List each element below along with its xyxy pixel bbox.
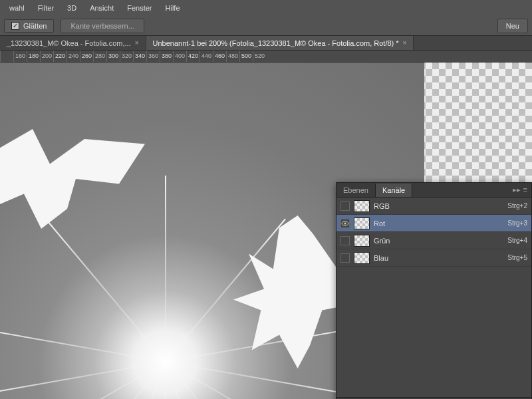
svg-point-1 (344, 222, 346, 224)
channel-shortcut: Strg+2 (507, 202, 527, 209)
channel-shortcut: Strg+3 (507, 219, 527, 227)
channel-name: RGB (374, 202, 503, 210)
document-tabs: _13230381_M© Okea - Fotolia.com,... × Un… (0, 36, 532, 51)
channel-shortcut: Strg+5 (507, 254, 527, 261)
close-icon[interactable]: × (135, 39, 139, 47)
menu-item[interactable]: Fenster (120, 1, 158, 15)
close-icon[interactable]: × (403, 39, 407, 47)
channel-row-rgb[interactable]: RGB Strg+2 (336, 198, 531, 215)
panel-tab-bar: Ebenen Kanäle ▸▸ ≡ (336, 183, 531, 198)
document-tab[interactable]: Unbenannt-1 bei 200% (Fotolia_13230381_M… (146, 36, 414, 50)
channels-panel: Ebenen Kanäle ▸▸ ≡ RGB Strg+2 Rot Strg+3 (336, 182, 532, 399)
visibility-toggle[interactable] (340, 219, 350, 228)
channel-shortcut: Strg+4 (507, 237, 527, 244)
new-button[interactable]: Neu (497, 19, 528, 33)
visibility-toggle[interactable] (340, 236, 350, 245)
channel-thumbnail (354, 217, 370, 229)
menu-bar: wahl Filter 3D Ansicht Fenster Hilfe (0, 0, 532, 16)
check-icon: ✓ (11, 22, 19, 30)
dove-image (0, 129, 145, 229)
panel-menu-icon[interactable]: ≡ (523, 186, 527, 194)
smooth-label: Glätten (23, 22, 47, 30)
tab-label: Unbenannt-1 bei 200% (Fotolia_13230381_M… (153, 39, 399, 47)
menu-item[interactable]: Hilfe (159, 1, 187, 15)
channel-name: Rot (374, 219, 503, 227)
tab-channels[interactable]: Kanäle (375, 184, 412, 197)
channel-row-green[interactable]: Grün Strg+4 (336, 232, 531, 249)
smooth-checkbox[interactable]: ✓ Glätten (4, 19, 54, 33)
channel-row-red[interactable]: Rot Strg+3 (336, 215, 531, 232)
channel-thumbnail (354, 200, 370, 212)
channels-list: RGB Strg+2 Rot Strg+3 Grün Strg+4 Bl (336, 198, 531, 397)
eye-icon (341, 221, 349, 226)
channel-thumbnail (354, 252, 370, 264)
channel-name: Blau (374, 254, 503, 262)
collapse-icon[interactable]: ▸▸ (513, 186, 521, 194)
visibility-toggle[interactable] (340, 253, 350, 263)
options-bar: ✓ Glätten Kante verbessern... Neu (0, 16, 532, 36)
refine-edge-button[interactable]: Kante verbessern... (61, 19, 144, 33)
menu-item[interactable]: Filter (31, 1, 61, 15)
menu-item[interactable]: Ansicht (83, 1, 120, 15)
channel-row-blue[interactable]: Blau Strg+5 (336, 249, 531, 267)
tab-label: _13230381_M© Okea - Fotolia.com,... (7, 39, 131, 47)
channel-name: Grün (374, 237, 503, 245)
document-tab[interactable]: _13230381_M© Okea - Fotolia.com,... × (0, 36, 146, 50)
visibility-toggle[interactable] (340, 201, 350, 211)
menu-item[interactable]: wahl (3, 1, 31, 15)
horizontal-ruler: 160 180 200 220 240 260 280 300 320 340 … (0, 51, 532, 63)
channel-thumbnail (354, 235, 370, 247)
canvas-area[interactable]: Ebenen Kanäle ▸▸ ≡ RGB Strg+2 Rot Strg+3 (0, 63, 532, 399)
tab-layers[interactable]: Ebenen (336, 184, 375, 197)
menu-item[interactable]: 3D (61, 1, 83, 15)
